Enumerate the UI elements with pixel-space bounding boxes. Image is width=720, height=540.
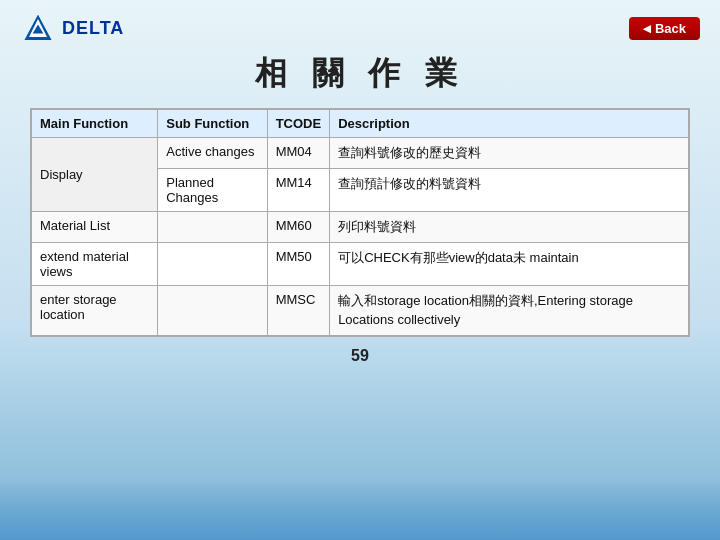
- page-title: 相 關 作 業: [0, 52, 720, 96]
- cell-main-function: Material List: [32, 212, 158, 243]
- cell-tcode: MM14: [267, 169, 330, 212]
- cell-description: 列印料號資料: [330, 212, 689, 243]
- cell-tcode: MM50: [267, 243, 330, 286]
- main-table: Main Function Sub Function TCODE Descrip…: [31, 109, 689, 336]
- cell-sub-function: Planned Changes: [158, 169, 267, 212]
- delta-logo-icon: [20, 10, 56, 46]
- cell-main-function: enter storage location: [32, 286, 158, 335]
- table-row: Material ListMM60列印料號資料: [32, 212, 689, 243]
- col-sub-function: Sub Function: [158, 110, 267, 138]
- header: DELTA Back: [0, 0, 720, 46]
- cloud-decoration: [0, 480, 720, 540]
- table-body: DisplayActive changesMM04查詢料號修改的歷史資料Plan…: [32, 138, 689, 336]
- cell-description: 可以CHECK有那些view的data未 maintain: [330, 243, 689, 286]
- cell-main-function: extend material views: [32, 243, 158, 286]
- cell-tcode: MM04: [267, 138, 330, 169]
- table-row: DisplayActive changesMM04查詢料號修改的歷史資料: [32, 138, 689, 169]
- cell-tcode: MM60: [267, 212, 330, 243]
- col-tcode: TCODE: [267, 110, 330, 138]
- table-row: extend material viewsMM50可以CHECK有那些view的…: [32, 243, 689, 286]
- page-number: 59: [0, 347, 720, 365]
- col-main-function: Main Function: [32, 110, 158, 138]
- cell-main-function: Display: [32, 138, 158, 212]
- cell-tcode: MMSC: [267, 286, 330, 335]
- cell-description: 輸入和storage location相關的資料,Entering storag…: [330, 286, 689, 335]
- logo-text: DELTA: [62, 18, 124, 39]
- table-header-row: Main Function Sub Function TCODE Descrip…: [32, 110, 689, 138]
- col-description: Description: [330, 110, 689, 138]
- logo: DELTA: [20, 10, 124, 46]
- table-row: enter storage locationMMSC輸入和storage loc…: [32, 286, 689, 335]
- main-table-container: Main Function Sub Function TCODE Descrip…: [30, 108, 690, 337]
- cell-sub-function: [158, 212, 267, 243]
- back-button[interactable]: Back: [629, 17, 700, 40]
- cell-sub-function: [158, 243, 267, 286]
- cell-sub-function: [158, 286, 267, 335]
- cell-sub-function: Active changes: [158, 138, 267, 169]
- cell-description: 查詢預計修改的料號資料: [330, 169, 689, 212]
- cell-description: 查詢料號修改的歷史資料: [330, 138, 689, 169]
